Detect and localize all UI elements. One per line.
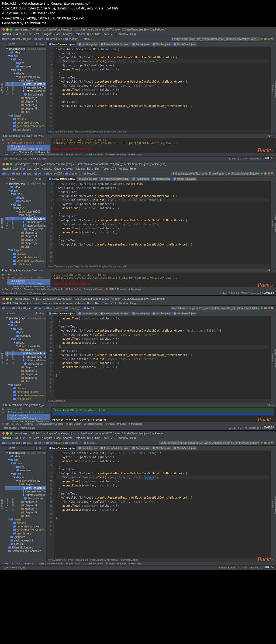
bottom-tab[interactable]: 9: Version Control <box>84 288 103 291</box>
bottom-tab[interactable]: ANTLR Preview <box>106 288 126 291</box>
breadcrumb[interactable]: tomekl007 <box>46 441 62 444</box>
menu-run[interactable]: Run <box>95 33 100 36</box>
breadcrumb[interactable]: MetaC... <box>84 172 97 175</box>
menu-item[interactable]: Tools <box>102 167 109 170</box>
menu-item[interactable]: Run <box>95 167 100 170</box>
favorites-tool-tab[interactable]: 2: Favorites <box>11 81 14 96</box>
breadcrumb[interactable]: com <box>34 441 43 444</box>
close-window[interactable] <box>2 432 5 435</box>
bottom-tab[interactable]: Terminal <box>24 562 33 565</box>
tree-root[interactable]: packtregexp ~/IntelliJ_workspace/pac <box>5 182 46 185</box>
tree-item[interactable]: java <box>5 196 46 199</box>
editor-tab[interactable]: Cpackt-reg-exp <box>77 177 98 181</box>
bottom-tab[interactable]: Graph Database Console <box>36 422 63 425</box>
graphdb-tool-tab[interactable]: Graph Database <box>274 213 276 233</box>
menu-item[interactable]: View <box>34 302 40 305</box>
run-config-name[interactable]: StringLiterals.givenText_wh... <box>9 269 44 272</box>
tree-item[interactable]: target <box>5 518 46 521</box>
tree-item[interactable]: src <box>5 323 46 327</box>
breadcrumb[interactable]: chapter_1 <box>65 38 81 40</box>
tree-item[interactable]: generated-sources <box>5 390 46 394</box>
editor-tab[interactable]: CMetaCharacters.java <box>47 42 76 46</box>
bottom-tab[interactable]: 9: Version Control <box>84 422 103 425</box>
tree-item[interactable]: .idea <box>5 455 46 458</box>
structure-tool-tab[interactable]: 7: Structure <box>6 350 9 365</box>
menu-item[interactable]: Analyze <box>63 167 73 170</box>
breadcrumb[interactable]: src <box>2 172 9 175</box>
close-window[interactable] <box>2 28 5 31</box>
tree-item[interactable]: src <box>5 189 46 192</box>
test-tree[interactable]: ↓⬌ ⌄ ⌃ ≡ ↻ ⚙ Tests failed: 1 of 1 test –… <box>6 272 51 287</box>
debug-button-icon[interactable] <box>264 38 267 40</box>
tree-item[interactable]: classes <box>5 117 46 121</box>
breadcrumb[interactable]: chapter_1 <box>65 441 81 444</box>
menu-item[interactable]: Refactor <box>75 437 85 439</box>
tree-item[interactable]: packtregexp.iml <box>5 539 46 542</box>
breadcrumb[interactable]: src <box>2 307 9 310</box>
editor-tab[interactable]: CMetaCharacters.java <box>47 177 76 181</box>
panel-settings-icon[interactable]: ⚙ — <box>268 269 274 272</box>
menu-item[interactable]: View <box>34 167 40 170</box>
menu-item[interactable]: Help <box>130 302 136 305</box>
menu-item[interactable]: File <box>20 437 25 439</box>
graphdb-tool-tab[interactable]: Graph Database <box>274 79 276 99</box>
tree-item[interactable]: test-classes <box>5 532 46 535</box>
run-config-name[interactable]: StringLiterals.givenText_wh... <box>9 134 44 137</box>
menu-refactor[interactable]: Refactor <box>75 33 85 36</box>
panel-settings-icon[interactable]: ⚙ ⇲ — <box>35 312 44 315</box>
bottom-tab[interactable]: 0: Messages <box>128 153 142 156</box>
tree-item[interactable]: java <box>5 330 46 334</box>
panel-settings-icon[interactable]: ⚙ ⇲ — <box>35 447 44 449</box>
editor-breadcrumb[interactable]: MetaCharacters › givenText_whenMatchesWi… <box>46 130 271 134</box>
editor-tab[interactable]: CMetaCharacters.java <box>47 446 76 450</box>
tree-item[interactable]: chapter_3 <box>5 369 46 373</box>
test-suite[interactable]: ✔ MetaCharacters (com.tomekl007.chap: 2 … <box>7 414 50 420</box>
maven-tool-tab[interactable]: Maven <box>271 500 274 509</box>
breadcrumb[interactable]: java <box>23 38 31 40</box>
code-editor[interactable]: "kw">int matches = runTest( regex: ".", … <box>54 451 271 558</box>
bottom-tab[interactable]: Terminal <box>24 422 33 425</box>
menu-help[interactable]: Help <box>130 33 136 36</box>
debug-button-icon[interactable] <box>264 307 267 309</box>
test-tree[interactable]: ↓⬌ ⌄ ⌃ ≡ ↻ ⚙ Tests passed: 1 of 1 test –… <box>6 407 51 422</box>
test-suite[interactable]: ✖ StringLiterals (com.tomekl007.chapt: 1… <box>7 145 50 151</box>
tree-item[interactable]: com.tomekl007 <box>5 345 46 348</box>
maven-tool-tab[interactable]: Maven <box>271 219 274 228</box>
pass-icon[interactable]: ✔ <box>2 411 4 414</box>
menu-item[interactable]: Navigate <box>42 302 52 305</box>
tree-item[interactable]: resources <box>5 469 46 472</box>
menu-item[interactable]: Build <box>87 302 93 305</box>
tree-item[interactable]: chapter_3 <box>5 100 46 103</box>
tree-root[interactable]: packtregexp ~/IntelliJ_workspace/pac <box>5 451 46 455</box>
tree-item[interactable]: java <box>5 72 46 75</box>
editor-tab[interactable]: CMatchResult.java <box>172 312 197 315</box>
favorites-tool-tab[interactable]: 2: Favorites <box>11 216 14 230</box>
tree-item[interactable]: chapter_2 <box>5 96 46 100</box>
bottom-tab[interactable]: Graph Database Console <box>36 153 63 156</box>
breadcrumb[interactable]: tomekl007 <box>46 38 62 40</box>
menu-item[interactable]: VCS <box>111 167 116 170</box>
console-output[interactable]: Tests failed: 1 of 1 test – 10 ms /Libra… <box>51 272 276 287</box>
menu-file[interactable]: File <box>20 33 25 36</box>
line-gutter[interactable]: 15161718192021222324252627282930313233 <box>46 316 54 399</box>
tree-item[interactable]: classes <box>5 252 46 255</box>
editor-tab[interactable]: Cpackt-reg-exp <box>77 42 98 46</box>
graphdb-tool-tab[interactable]: Graph Database <box>274 495 276 515</box>
menu-item[interactable]: Build <box>87 437 93 439</box>
tree-item[interactable]: chapter_1 <box>5 483 46 486</box>
tree-item[interactable]: CMetaCharacters <box>5 486 46 490</box>
run-button-icon[interactable] <box>261 172 263 175</box>
code-editor[interactable]: "kw">public "kw">class MetaCharacters { … <box>54 47 271 130</box>
minimize-window[interactable] <box>6 163 9 165</box>
tree-item[interactable]: test <box>5 68 46 72</box>
debug-button-icon[interactable] <box>264 442 267 444</box>
tree-item[interactable]: resources <box>5 334 46 338</box>
tree-item[interactable]: chapter_5 <box>5 376 46 380</box>
bottom-tab[interactable]: 4: Run <box>2 288 9 291</box>
panel-settings-icon[interactable]: ⚙ ⇲ — <box>35 43 44 46</box>
tree-item[interactable]: .gitignore <box>5 535 46 539</box>
bottom-tab[interactable]: Terminal <box>24 288 33 291</box>
tree-item[interactable]: CParameterizedTes <box>5 490 46 493</box>
menu-item[interactable]: Tools <box>102 437 109 439</box>
editor-tab[interactable]: CPatternVsMatcher.java <box>99 177 130 181</box>
